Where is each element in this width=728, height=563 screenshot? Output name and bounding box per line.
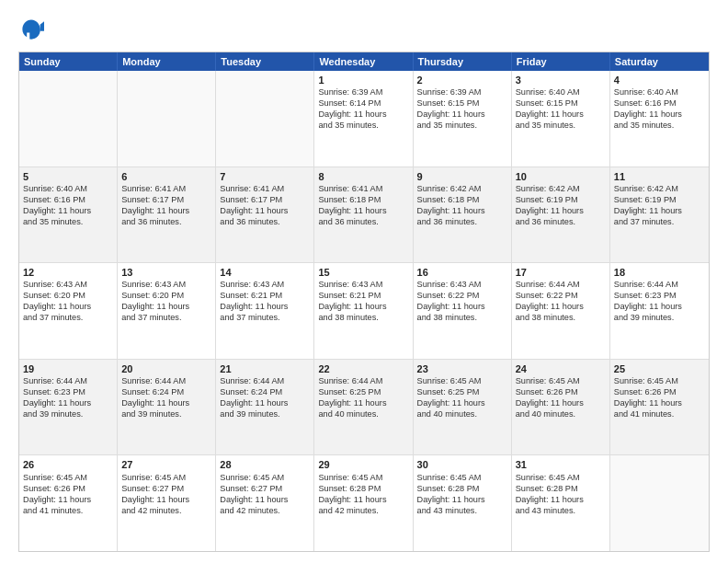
- day-info-line: Sunset: 6:14 PM: [318, 98, 408, 109]
- day-info-line: Daylight: 11 hours: [318, 109, 408, 121]
- day-info-line: Sunset: 6:26 PM: [23, 484, 113, 495]
- day-number: 19: [23, 362, 113, 375]
- day-info-line: and 43 minutes.: [417, 506, 507, 517]
- day-info-line: and 40 minutes.: [516, 409, 606, 420]
- day-info-line: and 40 minutes.: [417, 409, 507, 420]
- calendar-cell: 29Sunrise: 6:45 AMSunset: 6:28 PMDayligh…: [314, 455, 413, 551]
- day-number: 25: [614, 362, 705, 375]
- calendar-cell: 30Sunrise: 6:45 AMSunset: 6:28 PMDayligh…: [414, 455, 512, 551]
- day-info-line: Sunrise: 6:39 AM: [417, 87, 507, 98]
- day-info-line: Daylight: 11 hours: [220, 495, 310, 506]
- day-number: 22: [318, 362, 408, 375]
- day-info-line: and 38 minutes.: [417, 313, 507, 324]
- calendar-row: 12Sunrise: 6:43 AMSunset: 6:20 PMDayligh…: [19, 262, 709, 359]
- day-number: 10: [516, 170, 606, 183]
- day-info-line: Daylight: 11 hours: [417, 302, 507, 313]
- day-info-line: and 35 minutes.: [318, 121, 408, 132]
- day-info-line: Daylight: 11 hours: [614, 302, 705, 313]
- day-number: 4: [614, 74, 705, 86]
- day-info-line: Sunrise: 6:44 AM: [121, 376, 211, 387]
- day-info-line: Daylight: 11 hours: [614, 109, 705, 121]
- calendar-cell: 25Sunrise: 6:45 AMSunset: 6:26 PMDayligh…: [610, 360, 709, 455]
- day-info-line: and 43 minutes.: [516, 506, 606, 517]
- day-info-line: Daylight: 11 hours: [516, 109, 606, 121]
- calendar-header-row: SundayMondayTuesdayWednesdayThursdayFrid…: [19, 52, 709, 71]
- day-info-line: and 39 minutes.: [220, 409, 310, 420]
- day-info-line: Daylight: 11 hours: [23, 495, 113, 506]
- day-info-line: Sunset: 6:22 PM: [516, 291, 606, 302]
- day-number: 24: [516, 362, 606, 375]
- calendar-cell: 5Sunrise: 6:40 AMSunset: 6:16 PMDaylight…: [19, 167, 118, 263]
- day-info-line: and 40 minutes.: [318, 409, 408, 420]
- calendar-header-cell: Wednesday: [314, 52, 413, 71]
- calendar-cell: 2Sunrise: 6:39 AMSunset: 6:15 PMDaylight…: [414, 71, 512, 167]
- day-info-line: Daylight: 11 hours: [417, 495, 507, 506]
- calendar-row: 19Sunrise: 6:44 AMSunset: 6:23 PMDayligh…: [19, 359, 709, 455]
- day-number: 3: [516, 74, 606, 86]
- day-number: 5: [23, 170, 113, 183]
- calendar-cell: 15Sunrise: 6:43 AMSunset: 6:21 PMDayligh…: [314, 263, 413, 359]
- day-info-line: Sunset: 6:21 PM: [318, 291, 408, 302]
- day-info-line: Sunset: 6:25 PM: [417, 387, 507, 398]
- day-number: 11: [614, 170, 705, 183]
- day-info-line: Daylight: 11 hours: [318, 495, 408, 506]
- day-info-line: and 36 minutes.: [121, 217, 211, 228]
- calendar-cell: 3Sunrise: 6:40 AMSunset: 6:15 PMDaylight…: [512, 71, 610, 167]
- page: SundayMondayTuesdayWednesdayThursdayFrid…: [0, 0, 728, 563]
- day-number: 14: [220, 266, 310, 279]
- day-info-line: Daylight: 11 hours: [417, 398, 507, 409]
- day-info-line: Daylight: 11 hours: [121, 495, 211, 506]
- day-info-line: Sunset: 6:23 PM: [614, 291, 705, 302]
- calendar-cell: 26Sunrise: 6:45 AMSunset: 6:26 PMDayligh…: [19, 455, 118, 551]
- day-info-line: Sunrise: 6:44 AM: [23, 376, 113, 387]
- calendar-cell-empty: [610, 455, 709, 551]
- day-info-line: Sunset: 6:28 PM: [516, 484, 606, 495]
- day-info-line: Daylight: 11 hours: [417, 109, 507, 121]
- day-info-line: Sunset: 6:17 PM: [220, 195, 310, 206]
- day-number: 6: [121, 170, 211, 183]
- day-info-line: Sunset: 6:22 PM: [417, 291, 507, 302]
- day-info-line: Sunset: 6:15 PM: [417, 98, 507, 109]
- calendar-cell: 27Sunrise: 6:45 AMSunset: 6:27 PMDayligh…: [118, 455, 216, 551]
- calendar-cell: 19Sunrise: 6:44 AMSunset: 6:23 PMDayligh…: [19, 360, 118, 455]
- day-info-line: Sunrise: 6:41 AM: [220, 184, 310, 195]
- calendar-cell-empty: [118, 71, 216, 167]
- day-info-line: Sunset: 6:28 PM: [417, 484, 507, 495]
- day-info-line: and 37 minutes.: [614, 217, 705, 228]
- day-info-line: Sunrise: 6:45 AM: [220, 473, 310, 484]
- day-info-line: and 39 minutes.: [121, 409, 211, 420]
- day-info-line: Sunrise: 6:42 AM: [417, 184, 507, 195]
- day-info-line: Sunset: 6:18 PM: [417, 195, 507, 206]
- day-info-line: Daylight: 11 hours: [516, 398, 606, 409]
- day-info-line: Sunset: 6:26 PM: [614, 387, 705, 398]
- day-info-line: Sunrise: 6:44 AM: [318, 376, 408, 387]
- calendar-cell-empty: [216, 71, 314, 167]
- calendar-cell: 7Sunrise: 6:41 AMSunset: 6:17 PMDaylight…: [216, 167, 314, 263]
- day-info-line: Daylight: 11 hours: [23, 206, 113, 217]
- day-info-line: and 41 minutes.: [23, 506, 113, 517]
- day-info-line: and 38 minutes.: [516, 313, 606, 324]
- day-info-line: Sunrise: 6:45 AM: [23, 473, 113, 484]
- day-info-line: Daylight: 11 hours: [318, 398, 408, 409]
- day-info-line: Sunrise: 6:45 AM: [614, 376, 705, 387]
- day-number: 17: [516, 266, 606, 279]
- day-info-line: and 38 minutes.: [318, 313, 408, 324]
- day-number: 9: [417, 170, 507, 183]
- day-info-line: Sunrise: 6:40 AM: [23, 184, 113, 195]
- day-info-line: Sunset: 6:23 PM: [23, 387, 113, 398]
- day-info-line: Sunrise: 6:40 AM: [614, 87, 705, 98]
- day-info-line: and 36 minutes.: [516, 217, 606, 228]
- day-info-line: and 37 minutes.: [23, 313, 113, 324]
- calendar-cell: 9Sunrise: 6:42 AMSunset: 6:18 PMDaylight…: [414, 167, 512, 263]
- calendar-cell: 13Sunrise: 6:43 AMSunset: 6:20 PMDayligh…: [118, 263, 216, 359]
- day-info-line: Daylight: 11 hours: [318, 206, 408, 217]
- calendar-header-cell: Thursday: [414, 52, 512, 71]
- day-number: 20: [121, 362, 211, 375]
- day-info-line: Daylight: 11 hours: [220, 398, 310, 409]
- day-number: 13: [121, 266, 211, 279]
- calendar-row: 5Sunrise: 6:40 AMSunset: 6:16 PMDaylight…: [19, 167, 709, 263]
- day-number: 28: [220, 458, 310, 471]
- day-info-line: Sunrise: 6:44 AM: [516, 280, 606, 291]
- calendar-cell: 31Sunrise: 6:45 AMSunset: 6:28 PMDayligh…: [512, 455, 610, 551]
- day-info-line: and 42 minutes.: [121, 506, 211, 517]
